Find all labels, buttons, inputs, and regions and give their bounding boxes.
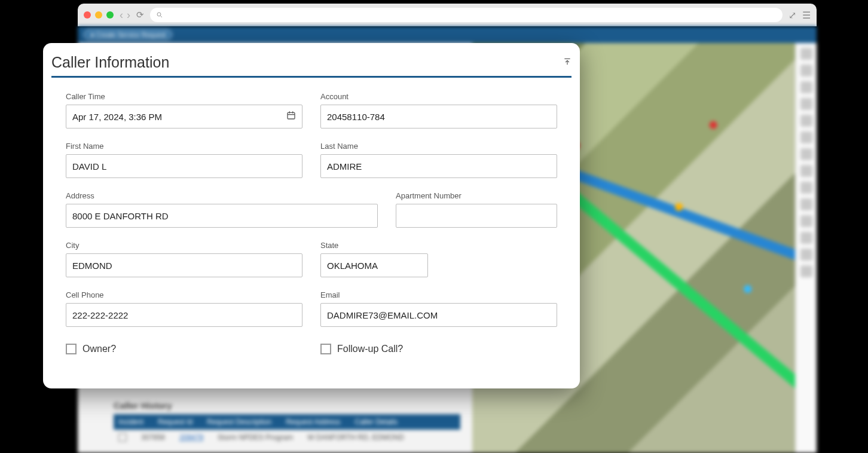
window-controls bbox=[84, 11, 114, 19]
tool-icon[interactable] bbox=[800, 48, 812, 60]
account-field: Account bbox=[320, 92, 557, 128]
tool-icon[interactable] bbox=[800, 131, 812, 143]
search-icon bbox=[156, 11, 163, 19]
maximize-window-icon[interactable] bbox=[106, 11, 114, 19]
row-request-id[interactable]: 209479 bbox=[179, 433, 203, 442]
state-field: State bbox=[320, 241, 557, 277]
modal-title: Caller Information bbox=[51, 54, 169, 71]
address-input[interactable] bbox=[66, 204, 378, 228]
caller-time-input[interactable]: Apr 17, 2024, 3:36 PM bbox=[66, 105, 302, 128]
hdr-request-addr: Request Address bbox=[286, 418, 340, 426]
last-name-field: Last Name bbox=[320, 142, 557, 178]
cell-input[interactable] bbox=[66, 303, 302, 327]
history-headers: Incident Request Id Request Description … bbox=[114, 414, 460, 430]
tool-icon[interactable] bbox=[800, 215, 812, 227]
caller-time-label: Caller Time bbox=[66, 92, 302, 101]
tool-icon[interactable] bbox=[800, 115, 812, 127]
followup-checkbox[interactable] bbox=[320, 344, 331, 354]
email-field: Email bbox=[320, 290, 557, 327]
hdr-request-id: Request Id bbox=[158, 418, 192, 426]
state-label: State bbox=[320, 241, 557, 250]
close-window-icon[interactable] bbox=[84, 11, 91, 19]
caller-history-title: Caller History bbox=[114, 400, 460, 411]
hdr-request-desc: Request Description bbox=[207, 418, 271, 426]
map-toolstrip bbox=[795, 43, 817, 453]
owner-checkbox[interactable] bbox=[66, 344, 77, 354]
tool-icon[interactable] bbox=[800, 148, 812, 160]
caller-time-field: Caller Time Apr 17, 2024, 3:36 PM bbox=[66, 92, 302, 128]
apt-label: Apartment Number bbox=[396, 191, 557, 200]
cell-field: Cell Phone bbox=[66, 290, 302, 327]
city-input[interactable] bbox=[66, 253, 302, 277]
last-name-input[interactable] bbox=[320, 154, 557, 178]
caller-history-panel: Caller History Incident Request Id Reque… bbox=[114, 400, 460, 445]
owner-label: Owner? bbox=[82, 344, 116, 354]
calendar-icon[interactable] bbox=[286, 111, 296, 123]
first-name-label: First Name bbox=[66, 142, 302, 151]
last-name-label: Last Name bbox=[320, 142, 557, 151]
tool-icon[interactable] bbox=[800, 65, 812, 76]
collapse-icon[interactable] bbox=[563, 57, 571, 68]
history-row[interactable]: 307858 209479 Storm NPDES Program W DANF… bbox=[114, 430, 460, 445]
first-name-input[interactable] bbox=[66, 154, 302, 178]
menu-icon[interactable]: ☰ bbox=[802, 10, 811, 21]
svg-line-1 bbox=[161, 16, 163, 18]
tool-icon[interactable] bbox=[800, 249, 812, 261]
forward-icon[interactable]: › bbox=[127, 9, 130, 22]
svg-rect-6 bbox=[289, 111, 290, 113]
tool-icon[interactable] bbox=[800, 182, 812, 194]
city-field: City bbox=[66, 241, 302, 277]
hdr-caller-details: Caller Details bbox=[355, 418, 398, 426]
email-label: Email bbox=[320, 290, 557, 299]
address-label: Address bbox=[66, 191, 378, 200]
tool-icon[interactable] bbox=[800, 165, 812, 177]
caller-info-modal: Caller Information Caller Time Apr 17, 2… bbox=[43, 43, 580, 388]
nav-arrows: ‹ › bbox=[120, 9, 130, 22]
first-name-field: First Name bbox=[66, 142, 302, 178]
row-addr: W DANFORTH RD, EDMOND bbox=[307, 433, 404, 442]
followup-checkbox-row[interactable]: Follow-up Call? bbox=[320, 344, 557, 354]
address-field: Address bbox=[66, 191, 378, 228]
cell-label: Cell Phone bbox=[66, 290, 302, 299]
expand-icon[interactable]: ⤢ bbox=[788, 10, 796, 21]
followup-label: Follow-up Call? bbox=[337, 344, 403, 354]
back-icon[interactable]: ‹ bbox=[120, 9, 123, 22]
row-checkbox[interactable] bbox=[118, 433, 127, 442]
state-input[interactable] bbox=[320, 253, 428, 277]
tool-icon[interactable] bbox=[800, 265, 812, 277]
header-rule bbox=[51, 76, 571, 78]
account-label: Account bbox=[320, 92, 557, 101]
apt-input[interactable] bbox=[396, 204, 557, 228]
tool-icon[interactable] bbox=[800, 232, 812, 244]
row-incident: 307858 bbox=[141, 433, 165, 442]
city-label: City bbox=[66, 241, 302, 250]
email-input[interactable] bbox=[320, 303, 557, 327]
tool-icon[interactable] bbox=[800, 198, 812, 210]
tool-icon[interactable] bbox=[800, 98, 812, 110]
row-desc: Storm NPDES Program bbox=[218, 433, 293, 442]
browser-chrome: ‹ › ⟳ ⤢ ☰ bbox=[78, 4, 817, 26]
app-topbar: ● Create Service Request bbox=[78, 26, 817, 43]
apt-field: Apartment Number bbox=[396, 191, 557, 228]
svg-rect-7 bbox=[292, 111, 293, 113]
reload-icon[interactable]: ⟳ bbox=[136, 10, 144, 20]
url-bar[interactable] bbox=[150, 8, 783, 22]
account-input[interactable] bbox=[320, 105, 557, 128]
caller-time-value: Apr 17, 2024, 3:36 PM bbox=[72, 112, 162, 122]
svg-point-0 bbox=[157, 13, 161, 16]
hdr-incident: Incident bbox=[118, 418, 143, 426]
owner-checkbox-row[interactable]: Owner? bbox=[66, 344, 302, 354]
create-request-button[interactable]: ● Create Service Request bbox=[84, 29, 172, 40]
tool-icon[interactable] bbox=[800, 81, 812, 93]
svg-rect-4 bbox=[288, 112, 295, 119]
minimize-window-icon[interactable] bbox=[95, 11, 102, 19]
